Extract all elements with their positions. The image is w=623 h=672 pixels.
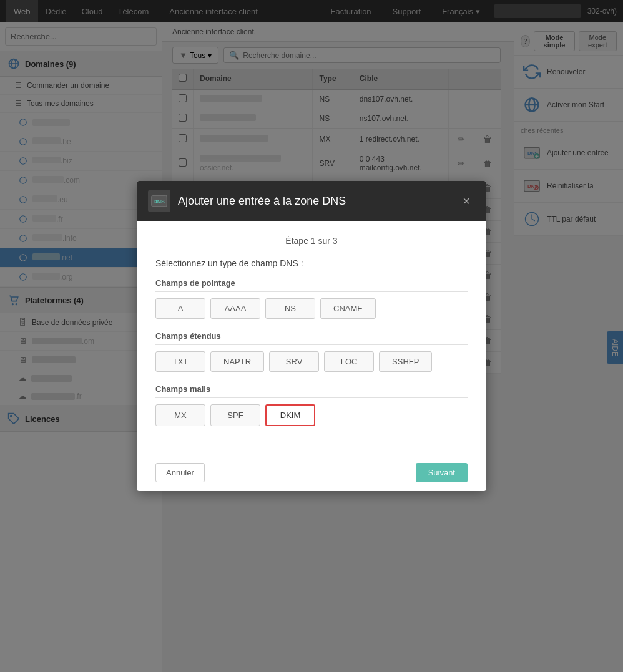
btn-spf[interactable]: SPF bbox=[210, 404, 260, 426]
btn-txt[interactable]: TXT bbox=[155, 351, 205, 372]
modal-body: Étape 1 sur 3 Sélectionnez un type de ch… bbox=[137, 221, 486, 454]
modal-dns-icon: DNS bbox=[148, 190, 170, 212]
dns-question: Sélectionnez un type de champ DNS : bbox=[155, 258, 468, 268]
mail-fields-label: Champs mails bbox=[155, 384, 468, 398]
extended-fields-buttons: TXT NAPTR SRV LOC SSHFP bbox=[155, 351, 468, 372]
svg-text:DNS: DNS bbox=[153, 198, 165, 205]
modal-footer: Annuler Suivant bbox=[137, 454, 486, 491]
extended-fields-label: Champs étendus bbox=[155, 331, 468, 345]
modal-header: DNS Ajouter une entrée à la zone DNS × bbox=[137, 181, 486, 221]
btn-naptr[interactable]: NAPTR bbox=[210, 351, 264, 372]
btn-dkim[interactable]: DKIM bbox=[265, 404, 315, 426]
cancel-button[interactable]: Annuler bbox=[155, 463, 205, 482]
next-button[interactable]: Suivant bbox=[416, 463, 468, 482]
btn-loc[interactable]: LOC bbox=[324, 351, 374, 372]
modal-overlay: DNS Ajouter une entrée à la zone DNS × É… bbox=[0, 0, 623, 672]
modal-title: Ajouter une entrée à la zone DNS bbox=[178, 195, 458, 208]
step-label: Étape 1 sur 3 bbox=[155, 236, 468, 246]
btn-cname[interactable]: CNAME bbox=[320, 298, 376, 319]
btn-aaaa[interactable]: AAAA bbox=[210, 298, 260, 319]
btn-ns[interactable]: NS bbox=[265, 298, 315, 319]
dns-modal: DNS Ajouter une entrée à la zone DNS × É… bbox=[137, 181, 486, 491]
btn-srv[interactable]: SRV bbox=[269, 351, 319, 372]
pointing-fields-label: Champs de pointage bbox=[155, 278, 468, 292]
modal-close-button[interactable]: × bbox=[458, 192, 475, 211]
btn-mx[interactable]: MX bbox=[155, 404, 205, 426]
pointing-fields-buttons: A AAAA NS CNAME bbox=[155, 298, 468, 319]
btn-a[interactable]: A bbox=[155, 298, 205, 319]
mail-fields-buttons: MX SPF DKIM bbox=[155, 404, 468, 426]
btn-sshfp[interactable]: SSHFP bbox=[379, 351, 432, 372]
